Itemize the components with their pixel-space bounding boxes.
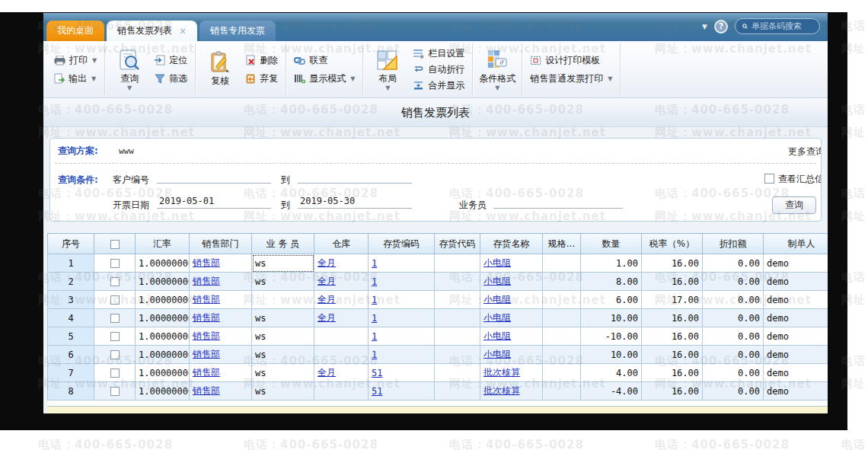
conditional-format-button[interactable]: if 条件格式 ▼ xyxy=(478,49,516,90)
cell-stock-code[interactable]: 1 xyxy=(369,309,435,327)
cell-rate[interactable]: 1.00000000 xyxy=(136,346,190,364)
query-button[interactable]: 查询 ▼ xyxy=(110,49,148,90)
cell-qty[interactable]: 10.00 xyxy=(581,346,642,364)
cell-stock-name[interactable]: 小电阻 xyxy=(480,327,543,346)
cell-rate[interactable]: 1.00000000 xyxy=(136,291,190,309)
invoice-print-button[interactable]: 销售普通发票打印▼ xyxy=(528,71,614,86)
locate-button[interactable]: 定位 xyxy=(152,53,190,68)
cell-warehouse[interactable]: 全月 xyxy=(314,254,369,273)
row-checkbox[interactable] xyxy=(94,291,136,309)
filter-button[interactable]: 筛选 xyxy=(152,71,190,86)
grid-link[interactable]: 小电阻 xyxy=(483,330,511,341)
cell-spec[interactable] xyxy=(543,364,581,382)
cell-salesman[interactable]: ws xyxy=(252,382,314,401)
cell-stock-name[interactable]: 小电阻 xyxy=(480,273,543,291)
cell-stock-name[interactable]: 批次核算 xyxy=(480,382,543,401)
cell-dept[interactable]: 销售部 xyxy=(190,327,252,346)
cell-salesman[interactable]: ws xyxy=(252,273,314,291)
customer-from-input[interactable] xyxy=(157,171,271,184)
cell-discount[interactable]: 0.00 xyxy=(703,291,764,309)
cell-discount[interactable]: 0.00 xyxy=(703,382,764,401)
print-button[interactable]: 打印▼ xyxy=(52,53,99,68)
grid-link[interactable]: 1 xyxy=(372,276,377,287)
cell-spec[interactable] xyxy=(543,327,581,346)
cell-tax-rate[interactable]: 17.00 xyxy=(642,291,703,309)
cell-spec[interactable] xyxy=(543,346,581,364)
barcode-search-box[interactable] xyxy=(735,18,820,34)
query-submit-button[interactable]: 查询 xyxy=(772,196,816,214)
cell-spec[interactable] xyxy=(543,254,581,273)
cell-creator[interactable]: demo xyxy=(764,309,828,327)
grid-link[interactable]: 51 xyxy=(372,368,382,378)
cell-stock-code[interactable]: 1 xyxy=(369,346,435,364)
grid-link[interactable]: 小电阻 xyxy=(483,276,511,286)
cell-stock-alt-code[interactable] xyxy=(435,273,480,291)
grid-link[interactable]: 全月 xyxy=(318,294,336,305)
cell-warehouse[interactable]: 全月 xyxy=(314,273,369,291)
cell-stock-name[interactable]: 小电阻 xyxy=(480,291,543,309)
output-button[interactable]: 输出▼ xyxy=(52,71,99,86)
auto-wrap-button[interactable]: 自动折行 xyxy=(410,62,467,77)
cell-stock-name[interactable]: 小电阻 xyxy=(480,309,543,327)
cell-seq[interactable]: 6 xyxy=(48,346,94,364)
row-checkbox[interactable] xyxy=(94,273,136,291)
cell-rate[interactable]: 1.00000000 xyxy=(136,309,190,327)
cell-stock-code[interactable]: 51 xyxy=(369,364,435,382)
grid-link[interactable]: 销售部 xyxy=(193,257,220,268)
salesman-input[interactable] xyxy=(493,196,623,209)
cell-salesman[interactable]: ws xyxy=(252,346,314,364)
cell-seq[interactable]: 8 xyxy=(48,382,94,401)
cell-salesman[interactable]: ws xyxy=(252,309,314,327)
cell-tax-rate[interactable]: 16.00 xyxy=(642,309,703,327)
close-icon[interactable]: × xyxy=(179,27,187,36)
cell-qty[interactable]: 6.00 xyxy=(581,291,642,309)
cell-stock-alt-code[interactable] xyxy=(435,382,480,401)
cell-stock-alt-code[interactable] xyxy=(435,327,480,346)
cell-discount[interactable]: 0.00 xyxy=(703,254,764,273)
cell-tax-rate[interactable]: 16.00 xyxy=(642,346,703,364)
grid-link[interactable]: 1 xyxy=(372,258,377,269)
select-all-checkbox[interactable] xyxy=(94,234,136,254)
grid-link[interactable]: 1 xyxy=(372,349,377,360)
grid-link[interactable]: 全月 xyxy=(318,312,336,323)
grid-link[interactable]: 销售部 xyxy=(193,349,220,359)
cell-warehouse[interactable] xyxy=(314,382,369,401)
cell-warehouse[interactable]: 全月 xyxy=(314,291,369,309)
cell-seq[interactable]: 3 xyxy=(48,291,94,309)
cell-discount[interactable]: 0.00 xyxy=(703,327,764,346)
chevron-down-icon[interactable]: ▼ xyxy=(702,23,707,30)
grid-link[interactable]: 批次核算 xyxy=(483,385,520,396)
grid-link[interactable]: 销售部 xyxy=(193,294,220,305)
cell-spec[interactable] xyxy=(543,273,581,291)
cell-creator[interactable]: demo xyxy=(764,327,828,346)
cell-seq[interactable]: 7 xyxy=(48,364,94,382)
date-to-input[interactable]: 2019-05-30 xyxy=(298,196,412,209)
cell-dept[interactable]: 销售部 xyxy=(190,273,252,291)
cell-warehouse[interactable]: 全月 xyxy=(314,309,369,327)
cell-discount[interactable]: 0.00 xyxy=(703,309,764,327)
summary-checkbox[interactable]: 查看汇总信息 xyxy=(764,173,822,186)
cell-qty[interactable]: 1.00 xyxy=(581,254,642,273)
row-checkbox[interactable] xyxy=(94,327,136,346)
grid-link[interactable]: 小电阻 xyxy=(483,349,511,359)
cell-stock-alt-code[interactable] xyxy=(435,291,480,309)
grid-link[interactable]: 小电阻 xyxy=(483,257,511,268)
cell-dept[interactable]: 销售部 xyxy=(190,346,252,364)
merge-display-button[interactable]: 合并显示 xyxy=(410,78,467,93)
grid-link[interactable]: 销售部 xyxy=(193,367,220,378)
cell-creator[interactable]: demo xyxy=(764,291,828,309)
grid-link[interactable]: 51 xyxy=(372,386,382,397)
cell-stock-alt-code[interactable] xyxy=(435,364,480,382)
cell-rate[interactable]: 1.00000000 xyxy=(136,273,190,291)
cell-dept[interactable]: 销售部 xyxy=(190,254,252,273)
row-checkbox[interactable] xyxy=(94,346,136,364)
cell-tax-rate[interactable]: 16.00 xyxy=(642,327,703,346)
cell-tax-rate[interactable]: 16.00 xyxy=(642,364,703,382)
cell-spec[interactable] xyxy=(543,382,581,401)
cell-salesman[interactable]: ws xyxy=(252,327,314,346)
help-icon[interactable]: ? xyxy=(714,20,728,34)
cell-rate[interactable]: 1.00000000 xyxy=(136,382,190,401)
grid-link[interactable]: 1 xyxy=(372,295,377,305)
customer-to-input[interactable] xyxy=(298,171,412,184)
cell-seq[interactable]: 1 xyxy=(48,254,94,273)
